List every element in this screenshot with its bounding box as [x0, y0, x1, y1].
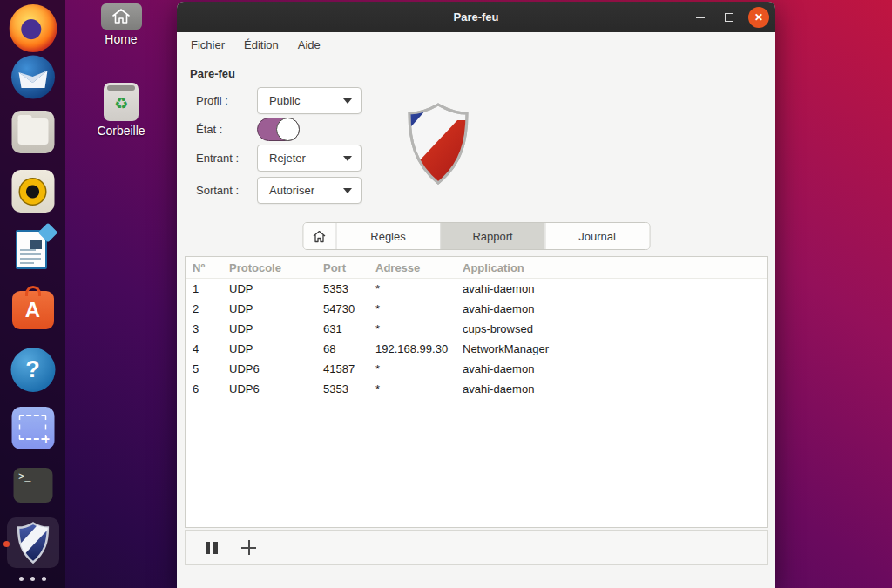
rhythmbox-icon[interactable]	[11, 170, 54, 213]
help-icon[interactable]: ?	[10, 348, 55, 392]
etat-toggle[interactable]	[257, 118, 300, 141]
menu-fichier[interactable]: Fichier	[181, 35, 234, 55]
tab-bar: Règles Rapport Journal	[302, 222, 650, 250]
desktop-icon-label: Corbeille	[90, 124, 152, 138]
tab-rapport[interactable]: Rapport	[440, 223, 544, 249]
thunderbird-icon[interactable]	[10, 54, 56, 100]
close-button[interactable]: ✕	[748, 7, 769, 28]
profil-label: Profil :	[196, 94, 257, 107]
window-controls: ✕	[691, 2, 769, 32]
ubuntu-software-icon[interactable]: A	[12, 291, 54, 329]
add-rule-button[interactable]	[241, 540, 256, 555]
house-icon	[112, 8, 131, 25]
recycle-icon: ♻	[114, 96, 128, 112]
chevron-down-icon	[343, 188, 352, 193]
tab-home[interactable]	[303, 223, 335, 249]
maximize-icon	[725, 13, 733, 22]
profil-dropdown[interactable]: Public	[257, 87, 362, 114]
tab-regles[interactable]: Règles	[335, 223, 440, 249]
chevron-down-icon	[343, 156, 352, 161]
window-content: Pare-feu Profil : Public État : Entrant …	[177, 57, 775, 588]
entrant-label: Entrant :	[196, 152, 257, 165]
profil-value: Public	[269, 94, 343, 107]
maximize-button[interactable]	[720, 8, 739, 27]
table-row[interactable]: 3UDP631*cups-browsed	[186, 319, 767, 339]
firewall-window: Pare-feu ✕ Fichier Édition Aide Pare-feu…	[177, 2, 775, 588]
close-icon: ✕	[754, 12, 763, 23]
entrant-row: Entrant : Rejeter	[196, 145, 362, 172]
dock: A ? + >_	[0, 0, 65, 588]
pause-icon	[206, 542, 210, 554]
gufw-firewall-icon[interactable]	[7, 517, 59, 568]
show-applications-icon[interactable]	[13, 577, 53, 587]
home-folder-icon	[101, 3, 142, 30]
libreoffice-writer-icon[interactable]	[14, 228, 52, 272]
menubar: Fichier Édition Aide	[177, 32, 775, 57]
minimize-icon	[696, 17, 705, 18]
table-row[interactable]: 6UDP65353*avahi-daemon	[186, 379, 767, 399]
window-title: Pare-feu	[453, 10, 498, 24]
chevron-down-icon	[343, 98, 352, 104]
table-row[interactable]: 5UDP641587*avahi-daemon	[186, 359, 767, 379]
entrant-value: Rejeter	[269, 152, 343, 165]
firefox-icon[interactable]	[9, 4, 57, 52]
table-header: Nº Protocole Port Adresse Application	[186, 257, 767, 279]
desktop: Home ♻ Corbeille	[0, 0, 892, 588]
screenshot-tool-icon[interactable]: +	[11, 407, 54, 449]
tab-journal[interactable]: Journal	[544, 223, 649, 249]
trash-lid	[107, 85, 135, 91]
etat-label: État :	[196, 123, 257, 136]
trash-icon: ♻	[104, 83, 139, 121]
col-protocole[interactable]: Protocole	[229, 257, 323, 279]
table-row[interactable]: 2UDP54730*avahi-daemon	[186, 299, 767, 319]
minimize-button[interactable]	[691, 8, 710, 27]
sortant-value: Autoriser	[269, 184, 343, 197]
home-icon	[313, 230, 327, 243]
table-row[interactable]: 4UDP68192.168.99.30NetworkManager	[186, 339, 767, 359]
col-application[interactable]: Application	[463, 257, 767, 279]
table-row[interactable]: 1UDP5353*avahi-daemon	[186, 279, 767, 299]
col-port[interactable]: Port	[323, 257, 375, 279]
running-indicator	[3, 541, 10, 547]
desktop-icon-label: Home	[90, 32, 152, 46]
gufw-shield-logo	[405, 101, 471, 190]
sortant-row: Sortant : Autoriser	[196, 177, 362, 204]
pause-button[interactable]	[203, 539, 220, 557]
report-toolbar	[185, 530, 768, 565]
sortant-label: Sortant :	[196, 184, 257, 197]
etat-row: État :	[196, 118, 300, 141]
col-numero[interactable]: Nº	[193, 257, 229, 279]
desktop-icon-trash[interactable]: ♻ Corbeille	[90, 83, 152, 138]
desktop-icon-home[interactable]: Home	[90, 3, 152, 46]
terminal-icon[interactable]: >_	[13, 468, 52, 503]
report-table: Nº Protocole Port Adresse Application 1U…	[185, 256, 768, 528]
sortant-dropdown[interactable]: Autoriser	[257, 177, 362, 204]
menu-edition[interactable]: Édition	[234, 35, 288, 55]
entrant-dropdown[interactable]: Rejeter	[257, 145, 362, 172]
col-adresse[interactable]: Adresse	[375, 257, 463, 279]
files-icon[interactable]	[11, 111, 54, 153]
titlebar[interactable]: Pare-feu ✕	[177, 2, 775, 32]
shield-icon	[16, 522, 51, 564]
profil-row: Profil : Public	[196, 87, 362, 114]
toggle-knob	[276, 118, 300, 141]
menu-aide[interactable]: Aide	[288, 35, 330, 55]
section-heading: Pare-feu	[190, 67, 235, 80]
